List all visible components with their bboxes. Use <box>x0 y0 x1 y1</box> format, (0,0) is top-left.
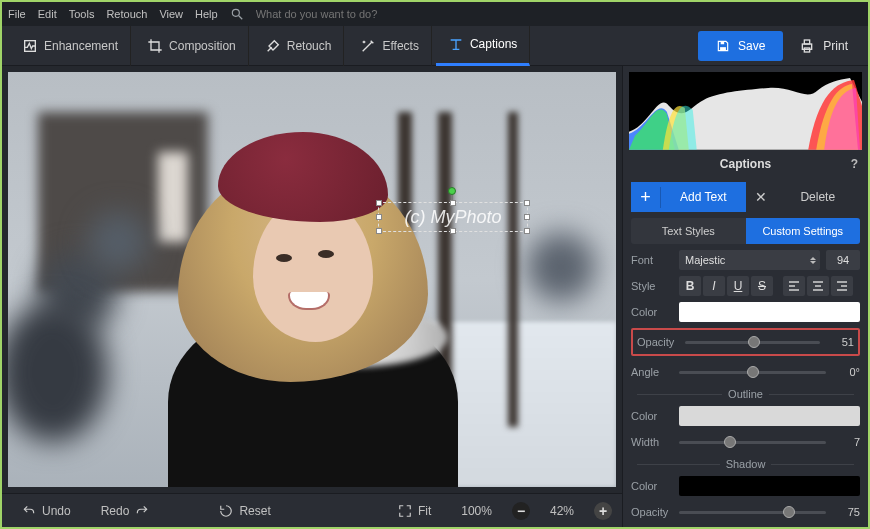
angle-slider[interactable] <box>679 362 826 382</box>
resize-handle[interactable] <box>524 200 530 206</box>
zoom-current[interactable]: 42% <box>540 500 584 522</box>
tab-retouch[interactable]: Retouch <box>253 26 345 66</box>
angle-value: 0° <box>832 366 860 378</box>
opacity-slider[interactable] <box>685 332 820 352</box>
outline-section: Outline <box>631 388 860 400</box>
bottom-bar: Undo Redo Reset Fit 100% − 42% <box>2 493 622 527</box>
zoom-100-button[interactable]: 100% <box>451 500 502 522</box>
style-label: Style <box>631 280 673 292</box>
outline-width-slider[interactable] <box>679 432 826 452</box>
save-button[interactable]: Save <box>698 31 783 61</box>
help-icon[interactable]: ? <box>851 157 858 171</box>
opacity-row-highlight: Opacity 51 <box>631 328 860 356</box>
tab-label: Enhancement <box>44 39 118 53</box>
toolbar: Enhancement Composition Retouch Effects … <box>2 26 868 66</box>
zoom-100-label: 100% <box>461 504 492 518</box>
menu-help[interactable]: Help <box>195 8 218 20</box>
font-value: Majestic <box>685 254 725 266</box>
shadow-color-swatch[interactable] <box>679 476 860 496</box>
shadow-section: Shadow <box>631 458 860 470</box>
subtab-text-styles[interactable]: Text Styles <box>631 218 746 244</box>
tab-label: Captions <box>470 37 517 51</box>
text-color-swatch[interactable] <box>679 302 860 322</box>
reset-icon <box>219 504 233 518</box>
redo-label: Redo <box>101 504 130 518</box>
svg-line-1 <box>238 16 242 20</box>
svg-rect-4 <box>721 41 725 44</box>
strike-button[interactable]: S <box>751 276 773 296</box>
tab-effects[interactable]: Effects <box>348 26 431 66</box>
save-icon <box>716 39 730 53</box>
shadow-opacity-label: Opacity <box>631 506 673 518</box>
tab-captions[interactable]: Captions <box>436 26 530 66</box>
print-button[interactable]: Print <box>787 38 860 54</box>
undo-icon <box>22 504 36 518</box>
resize-handle[interactable] <box>376 228 382 234</box>
tab-label: Effects <box>382 39 418 53</box>
menu-file[interactable]: File <box>8 8 26 20</box>
underline-button[interactable]: U <box>727 276 749 296</box>
align-right-button[interactable] <box>831 276 853 296</box>
font-size-input[interactable]: 94 <box>826 250 860 270</box>
width-value: 7 <box>832 436 860 448</box>
align-center-button[interactable] <box>807 276 829 296</box>
subtab-custom-settings[interactable]: Custom Settings <box>746 218 861 244</box>
fit-label: Fit <box>418 504 431 518</box>
subtabs: Text Styles Custom Settings <box>631 218 860 244</box>
fit-button[interactable]: Fit <box>388 500 441 522</box>
menu-tools[interactable]: Tools <box>69 8 95 20</box>
reset-button[interactable]: Reset <box>209 500 280 522</box>
undo-label: Undo <box>42 504 71 518</box>
bold-button[interactable]: B <box>679 276 701 296</box>
resize-handle[interactable] <box>450 200 456 206</box>
zoom-out-button[interactable]: − <box>512 502 530 520</box>
resize-handle[interactable] <box>376 200 382 206</box>
right-panel: Captions ? + Add Text ✕ Delete Text Styl… <box>622 66 868 527</box>
delete-button[interactable]: ✕ Delete <box>746 182 861 212</box>
watermark-text-box[interactable]: (c) MyPhoto <box>378 202 528 232</box>
menu-retouch[interactable]: Retouch <box>106 8 147 20</box>
search-input[interactable] <box>256 5 862 23</box>
shadow-opacity-slider[interactable] <box>679 502 826 522</box>
font-select[interactable]: Majestic <box>679 250 820 270</box>
reset-label: Reset <box>239 504 270 518</box>
font-label: Font <box>631 254 673 266</box>
print-label: Print <box>823 39 848 53</box>
font-size-value: 94 <box>837 254 849 266</box>
outline-color-swatch[interactable] <box>679 406 860 426</box>
menu-view[interactable]: View <box>159 8 183 20</box>
add-text-button[interactable]: + Add Text <box>631 182 746 212</box>
crop-icon <box>147 38 163 54</box>
resize-handle[interactable] <box>524 214 530 220</box>
rotation-handle[interactable] <box>448 187 456 195</box>
italic-button[interactable]: I <box>703 276 725 296</box>
canvas[interactable]: (c) MyPhoto <box>8 72 616 487</box>
svg-rect-6 <box>805 40 810 44</box>
align-left-button[interactable] <box>783 276 805 296</box>
text-icon <box>448 36 464 52</box>
undo-button[interactable]: Undo <box>12 500 81 522</box>
color-label: Color <box>631 306 673 318</box>
print-icon <box>799 38 815 54</box>
add-text-label: Add Text <box>661 190 746 204</box>
tab-label: Composition <box>169 39 236 53</box>
zoom-in-button[interactable]: + <box>594 502 612 520</box>
tab-enhancement[interactable]: Enhancement <box>10 26 131 66</box>
menu-bar: File Edit Tools Retouch View Help <box>2 2 868 26</box>
opacity-value: 51 <box>826 336 854 348</box>
fit-icon <box>398 504 412 518</box>
shadow-color-label: Color <box>631 480 673 492</box>
wand-icon <box>360 38 376 54</box>
tab-composition[interactable]: Composition <box>135 26 249 66</box>
menu-edit[interactable]: Edit <box>38 8 57 20</box>
save-label: Save <box>738 39 765 53</box>
panel-title: Captions ? <box>623 150 868 178</box>
resize-handle[interactable] <box>524 228 530 234</box>
brush-icon <box>265 38 281 54</box>
outline-color-label: Color <box>631 410 673 422</box>
search-icon <box>230 7 244 21</box>
svg-rect-3 <box>720 47 726 51</box>
resize-handle[interactable] <box>450 228 456 234</box>
redo-button[interactable]: Redo <box>91 500 160 522</box>
resize-handle[interactable] <box>376 214 382 220</box>
